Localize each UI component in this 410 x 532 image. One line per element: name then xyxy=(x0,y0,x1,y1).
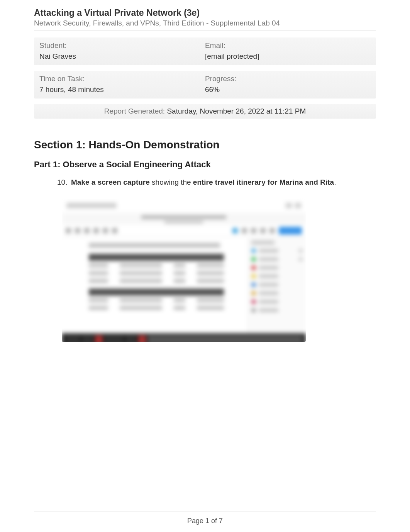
color-dot-icon xyxy=(251,248,256,253)
footer-divider xyxy=(34,512,376,512)
content-block-2 xyxy=(89,289,240,311)
progress-label: Progress: xyxy=(205,75,371,83)
doc-title: Attacking a Virtual Private Network (3e) xyxy=(34,8,376,18)
email-label: Email: xyxy=(205,41,371,50)
report-value: Saturday, November 26, 2022 at 11:21 PM xyxy=(167,107,306,115)
task-text: Make a screen capture showing the entire… xyxy=(71,178,376,187)
taskbar-item xyxy=(65,335,80,342)
color-dot-icon xyxy=(251,257,256,262)
toolbar-icon xyxy=(103,228,108,233)
task-bold-2: entire travel itinerary for Marina and R… xyxy=(193,178,334,186)
toolbar-icon xyxy=(112,228,117,233)
email-value: [email protected] xyxy=(205,52,371,61)
task-list: 10. Make a screen capture showing the en… xyxy=(34,178,376,187)
doc-subtitle: Network Security, Firewalls, and VPNs, T… xyxy=(34,19,376,27)
color-dot-icon xyxy=(251,282,256,287)
color-dot-icon xyxy=(251,299,256,304)
color-dot-icon xyxy=(251,308,256,313)
taskbar-item xyxy=(125,335,137,342)
taskbar-item xyxy=(82,335,93,342)
section-heading: Section 1: Hands-On Demonstration xyxy=(34,139,376,151)
toolbar-primary-button xyxy=(279,227,302,235)
student-value: Nai Graves xyxy=(39,52,205,61)
sidebar-title xyxy=(251,241,274,245)
part-heading: Part 1: Observe a Social Engineering Att… xyxy=(34,160,376,170)
title-line-1 xyxy=(141,215,226,219)
app-sidebar xyxy=(248,237,306,333)
taskbar-item xyxy=(138,335,146,342)
app-titlebar xyxy=(62,213,306,224)
header-divider xyxy=(34,30,376,31)
app-taskbar xyxy=(62,333,306,342)
progress-value: 66% xyxy=(205,85,371,94)
footer: Page 1 of 7 xyxy=(34,512,376,532)
toolbar-icon xyxy=(242,228,247,233)
info-block-2: Time on Task: 7 hours, 48 minutes Progre… xyxy=(34,71,376,99)
report-generated: Report Generated: Saturday, November 26,… xyxy=(34,104,376,119)
maximize-icon xyxy=(295,203,301,208)
sidebar-item xyxy=(251,282,303,287)
toolbar-icon xyxy=(84,228,90,233)
time-label: Time on Task: xyxy=(39,75,205,83)
sidebar-item xyxy=(251,248,303,253)
block-header xyxy=(89,289,224,296)
minimize-icon xyxy=(286,203,292,208)
toolbar-icon xyxy=(251,228,256,233)
sidebar-item xyxy=(251,308,303,313)
app-body xyxy=(62,237,306,333)
blurred-app-window xyxy=(62,198,306,342)
page-number: Page 1 of 7 xyxy=(34,517,376,532)
task-end: . xyxy=(334,178,336,186)
task-bold-1: Make a screen capture xyxy=(71,178,150,186)
toolbar-icon xyxy=(269,228,275,233)
toolbar-icon xyxy=(66,228,71,233)
sidebar-item xyxy=(251,257,303,262)
content-heading xyxy=(89,243,220,248)
app-search xyxy=(66,203,117,208)
color-dot-icon xyxy=(251,274,256,279)
app-header xyxy=(62,198,306,213)
toolbar-icon xyxy=(232,228,238,233)
sidebar-item xyxy=(251,291,303,296)
taskbar-item xyxy=(147,335,303,342)
toolbar-icon xyxy=(93,228,99,233)
content-block-1 xyxy=(89,254,240,284)
task-number: 10. xyxy=(57,178,71,187)
color-dot-icon xyxy=(251,265,256,270)
title-line-2 xyxy=(164,221,203,224)
block-header xyxy=(89,254,224,261)
toolbar-icon xyxy=(260,228,266,233)
app-main xyxy=(62,237,248,333)
task-mid: showing the xyxy=(150,178,193,186)
sidebar-item xyxy=(251,299,303,304)
info-block-1: Student: Nai Graves Email: [email protec… xyxy=(34,37,376,65)
taskbar-item xyxy=(104,335,124,342)
report-label: Report Generated: xyxy=(104,107,167,115)
screenshot-placeholder xyxy=(62,198,306,342)
taskbar-item xyxy=(95,335,103,342)
sidebar-item xyxy=(251,274,303,279)
student-label: Student: xyxy=(39,41,205,50)
app-toolbar xyxy=(62,224,306,237)
toolbar-icon xyxy=(75,228,80,233)
color-dot-icon xyxy=(251,291,256,296)
task-item-10: 10. Make a screen capture showing the en… xyxy=(57,178,376,187)
time-value: 7 hours, 48 minutes xyxy=(39,85,205,94)
sidebar-item xyxy=(251,265,303,270)
